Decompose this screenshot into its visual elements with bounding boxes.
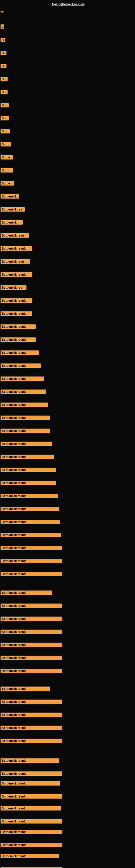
bottleneck-label-19: Bottleneck result [1, 246, 32, 251]
bottleneck-label-17: Bottleneck [1, 220, 23, 225]
bottleneck-label-54: Bottleneck result [1, 713, 62, 717]
bottleneck-label-44: Bottleneck result [1, 572, 62, 576]
bottleneck-label-64: Bottleneck result [1, 843, 62, 847]
bottleneck-label-60: Bottleneck result [1, 794, 62, 799]
bottleneck-label-7: Bo [1, 90, 8, 94]
bottleneck-label-18: Bottleneck resu [1, 233, 29, 238]
bottleneck-label-56: Bottleneck result [1, 739, 62, 743]
bottleneck-label-53: Bottleneck result [1, 700, 62, 704]
bottleneck-label-15: Bottleneck [1, 194, 19, 198]
bottleneck-label-36: Bottleneck result [1, 468, 56, 472]
bottleneck-label-48: Bottleneck result [1, 629, 62, 634]
bottleneck-label-35: Bottleneck result [1, 455, 54, 459]
bottleneck-label-5: B [1, 64, 6, 68]
bottleneck-label-62: Bottleneck result [1, 819, 62, 824]
bottleneck-label-42: Bottleneck result [1, 546, 62, 550]
bottleneck-label-27: Bottleneck result [1, 350, 39, 355]
bottleneck-label-61: Bottleneck result [1, 806, 61, 810]
bottleneck-label-33: Bottleneck result [1, 429, 50, 433]
bottleneck-label-24: Bottleneck result [1, 311, 32, 316]
bottleneck-label-21: Bottleneck result [1, 272, 32, 277]
bottleneck-label-58: Bottleneck result [1, 771, 62, 776]
bottleneck-label-16: Bottleneck res [1, 207, 25, 212]
bottleneck-label-8: Bo [1, 103, 9, 107]
bottleneck-label-1 [1, 11, 4, 12]
bottleneck-label-13: Bottl [1, 168, 13, 173]
bottleneck-label-52: Bottleneck result [1, 686, 50, 691]
bottleneck-label-23: Bottleneck result [1, 299, 32, 303]
bottleneck-label-12: Bottle [1, 155, 13, 159]
bottleneck-label-45: Bottleneck result [1, 590, 52, 595]
bottleneck-label-4: Bo [1, 51, 6, 55]
bottleneck-label-11: Bott [1, 142, 11, 147]
bottleneck-label-29: Bottleneck result [1, 376, 44, 381]
bottleneck-label-26: Bottleneck result [1, 337, 36, 342]
bottleneck-label-51: Bottleneck result [1, 669, 62, 673]
bottleneck-label-32: Bottleneck result [1, 415, 50, 420]
bottleneck-label-31: Bottleneck result [1, 403, 48, 407]
bottleneck-label-22: Bottleneck res [1, 285, 27, 290]
bottleneck-label-40: Bottleneck result [1, 520, 60, 524]
bottleneck-label-6: Bo [1, 77, 8, 82]
bottleneck-label-47: Bottleneck result [1, 617, 62, 621]
bottleneck-label-57: Bottleneck result [1, 758, 59, 763]
bottleneck-label-43: Bottleneck result [1, 559, 62, 563]
bottleneck-label-66: Bottleneck result [1, 867, 62, 868]
bottleneck-label-55: Bottleneck result [1, 725, 62, 730]
site-title: TheBottlenecker.com [50, 2, 85, 6]
bottleneck-label-30: Bottleneck result [1, 390, 46, 394]
bottleneck-label-34: Bottleneck result [1, 442, 52, 446]
bottleneck-label-25: Bottleneck result [1, 324, 36, 329]
bottleneck-label-63: Bottleneck result [1, 830, 62, 834]
bottleneck-label-14: Bottle [1, 181, 14, 186]
bottleneck-label-2: b [1, 24, 4, 29]
bottleneck-label-37: Bottleneck result [1, 480, 56, 485]
bottleneck-label-49: Bottleneck result [1, 643, 62, 647]
bottleneck-label-46: Bottleneck result [1, 603, 62, 608]
bottleneck-label-59: Bottleneck result [1, 781, 60, 785]
bottleneck-label-20: Bottleneck resu [1, 259, 30, 264]
bottleneck-label-10: Bo [1, 129, 10, 133]
bottleneck-label-65: Bottleneck result [1, 854, 59, 858]
bottleneck-label-9: Bo [1, 116, 9, 120]
bottleneck-label-3: B [1, 38, 5, 42]
bottleneck-label-38: Bottleneck result [1, 494, 58, 498]
bottleneck-label-39: Bottleneck result [1, 507, 59, 511]
bottleneck-label-41: Bottleneck result [1, 533, 61, 537]
bottleneck-label-50: Bottleneck result [1, 656, 62, 660]
bottleneck-label-28: Bottleneck result [1, 364, 41, 368]
